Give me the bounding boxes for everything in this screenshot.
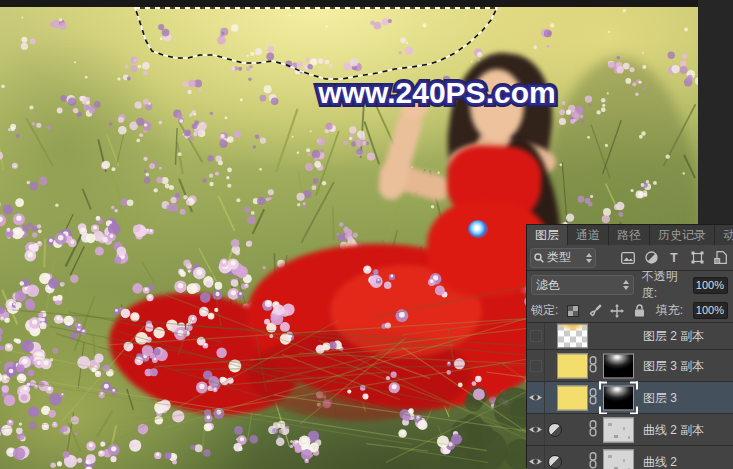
mask-selection-corner [599,381,607,389]
pasteboard [0,0,733,7]
dropdown-arrows-icon [623,280,629,290]
tab-channels[interactable]: 通道 [568,225,609,245]
opacity-value[interactable]: 100% [693,277,728,294]
selected-mask-frame [599,381,638,414]
eye-hidden-box [530,330,542,342]
layer-row-curves2-copy[interactable]: 曲线 2 副本 [527,414,733,446]
image-filter-icon[interactable] [621,251,635,265]
search-icon [534,253,544,263]
mask-selection-corner [599,406,607,414]
visibility-toggle[interactable] [527,350,545,381]
tab-paths[interactable]: 路径 [609,225,650,245]
eye-hidden-box [530,360,542,372]
tab-actions[interactable]: 动作 [715,225,733,245]
filter-type-icons: T [621,251,727,265]
layer-thumbnail[interactable] [557,324,588,349]
layer-filter-row: 类型 T [527,245,733,271]
filter-kind-label: 类型 [547,249,571,266]
layer-name[interactable]: 图层 3 [643,389,677,406]
layer-thumbnail[interactable] [557,385,588,410]
layer-name[interactable]: 图层 2 副本 [643,328,704,345]
mask-selection-corner [630,406,638,414]
layers-list: 图层 2 副本 图层 3 副本 [527,323,733,469]
layer-mask-thumbnail[interactable] [603,417,634,442]
curves-adjustment-icon[interactable] [548,423,562,437]
visibility-toggle[interactable] [527,446,545,469]
chain-link-icon[interactable] [589,420,597,440]
blend-mode-row: 滤色 不透明度: 100% [527,271,733,299]
layer-name[interactable]: 曲线 2 [643,453,677,469]
chain-link-icon[interactable] [589,388,597,408]
layer-name[interactable]: 曲线 2 副本 [643,421,704,438]
smart-object-filter-icon[interactable] [713,251,727,265]
dropdown-arrows-icon [586,253,592,263]
panel-tab-bar: 图层 通道 路径 历史记录 动作 [527,225,733,245]
layer-row-layer3-selected[interactable]: 图层 3 [527,382,733,414]
curves-adjustment-icon[interactable] [548,455,562,469]
filter-kind-dropdown[interactable]: 类型 [530,248,596,268]
visibility-toggle[interactable] [527,414,545,445]
eye-icon [528,424,543,435]
layers-panel: 图层 通道 路径 历史记录 动作 类型 [527,225,733,469]
blend-mode-value: 滤色 [536,277,560,294]
layer-mask-thumbnail[interactable] [603,353,634,378]
fill-label: 填充: [656,302,683,319]
lock-row: 锁定: 填充: 100% [527,299,733,323]
layer-row-layer3-copy[interactable]: 图层 3 副本 [527,350,733,382]
opacity-label: 不透明度: [642,268,693,302]
chain-link-icon[interactable] [589,356,597,376]
visibility-toggle[interactable] [527,382,545,413]
layer-row-layer2-copy[interactable]: 图层 2 副本 [527,323,733,350]
adjustment-filter-icon[interactable] [644,251,658,265]
mask-selection-corner [630,381,638,389]
fill-value[interactable]: 100% [693,302,728,319]
lock-move-icon[interactable] [610,304,624,318]
visibility-toggle[interactable] [527,323,545,349]
lock-paint-icon[interactable] [588,304,602,318]
tab-layers[interactable]: 图层 [527,225,568,245]
lock-transparency-icon[interactable] [566,304,580,318]
shape-filter-icon[interactable] [690,251,704,265]
blend-mode-dropdown[interactable]: 滤色 [531,275,634,295]
lock-label: 锁定: [531,302,558,319]
eye-icon [528,392,543,403]
layer-mask-thumbnail[interactable] [603,449,634,469]
chain-link-icon[interactable] [589,452,597,469]
photoshop-workspace: www.240PS.com www.240PS.com 图层 通道 路径 历史记… [0,0,733,469]
layer-row-curves2[interactable]: 曲线 2 [527,446,733,469]
type-filter-icon[interactable]: T [667,251,681,265]
tab-history[interactable]: 历史记录 [650,225,715,245]
eye-icon [528,456,543,467]
layer-name[interactable]: 图层 3 副本 [643,357,704,374]
layer-thumbnail[interactable] [557,353,588,378]
lock-all-icon[interactable] [632,304,646,318]
